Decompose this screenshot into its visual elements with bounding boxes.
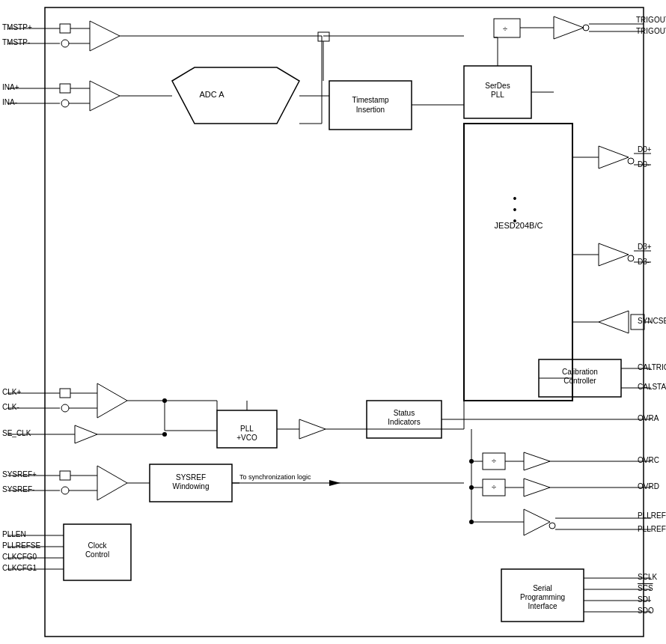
svg-marker-124 — [329, 480, 340, 486]
svg-marker-59 — [97, 383, 127, 418]
pllrefse-label: PLLREFSE — [2, 541, 40, 550]
sync-logic-label: To synchronization logic — [239, 473, 311, 481]
svg-marker-99 — [524, 452, 550, 470]
ovrd-label: OVRD — [638, 482, 659, 490]
svg-marker-81 — [97, 466, 127, 500]
pllen-label: PLLEN — [2, 530, 26, 538]
svg-marker-45 — [599, 243, 629, 266]
svg-point-46 — [628, 255, 634, 261]
svg-marker-16 — [90, 81, 120, 111]
sdo-label: SDO — [638, 607, 654, 615]
divider2-symbol: ÷ — [492, 456, 496, 465]
tmstp-plus-label: TMSTP+ — [2, 23, 32, 31]
svg-marker-40 — [599, 146, 629, 168]
sysref-windowing-label: SYSREF — [176, 473, 206, 482]
caltrig-label: CALTRIG — [638, 363, 666, 371]
timestamp-insertion-label: Timestamp — [352, 96, 389, 104]
status-indicators-label: Status — [394, 409, 415, 417]
clkcfg1-label: CLKCFG1 — [2, 564, 37, 572]
svg-rect-0 — [45, 7, 644, 637]
svg-point-106 — [469, 459, 474, 464]
timestamp-insertion-label2: Insertion — [356, 106, 385, 114]
syncse-label: SYNCSE\ — [638, 317, 666, 325]
serial-programming-label3: Interface — [528, 602, 557, 610]
d0-minus-label: D0- — [638, 160, 650, 168]
serdes-pll-label2: PLL — [491, 91, 504, 99]
trigout-minus-label: TRIGOUT- — [636, 27, 666, 35]
sysref-minus-label: SYSREF- — [2, 485, 34, 493]
svg-marker-50 — [599, 311, 629, 333]
jesd204bc-label: JESD204B/C — [495, 221, 543, 230]
svg-point-56 — [61, 404, 69, 412]
dots2: • — [513, 204, 517, 216]
ovrc-label: OVRC — [638, 456, 659, 464]
svg-point-114 — [469, 520, 474, 524]
svg-point-108 — [469, 485, 474, 490]
d0-plus-label: D0+ — [638, 145, 652, 154]
clock-control-label: Clock — [88, 541, 107, 550]
adc-a-label: ADC A — [199, 90, 224, 99]
dots3: • — [513, 215, 517, 227]
svg-point-4 — [61, 40, 69, 47]
svg-point-41 — [628, 158, 634, 164]
clkcfg0-label: CLKCFG0 — [2, 553, 37, 561]
clk-plus-label: CLK+ — [2, 388, 21, 396]
sclk-label: SCLK — [638, 573, 657, 581]
serdes-pll-label: SerDes — [485, 82, 510, 90]
ina-minus-label: INA- — [2, 98, 17, 106]
svg-marker-109 — [524, 509, 550, 535]
svg-rect-24 — [318, 32, 329, 41]
svg-point-13 — [61, 100, 69, 107]
se-clk-label: SE_CLK — [2, 429, 31, 437]
trigout-plus-label: TRIGOUT+ — [636, 16, 666, 24]
svg-point-110 — [549, 523, 555, 529]
svg-marker-71 — [299, 419, 326, 439]
svg-point-67 — [162, 432, 167, 437]
clock-control-label2: Control — [85, 550, 109, 559]
svg-rect-77 — [60, 471, 70, 480]
sysref-windowing-label2: Windowing — [173, 482, 210, 490]
pllrefo-minus-label: PLLREFO- — [638, 525, 666, 533]
svg-marker-65 — [75, 425, 97, 443]
dots: • — [513, 192, 517, 204]
serial-programming-label: Serial — [533, 584, 552, 592]
scs-label: SCS — [638, 584, 653, 592]
pll-vco-label: PLL — [240, 425, 254, 433]
divider3-symbol: ÷ — [492, 482, 496, 491]
status-indicators-label2: Indicators — [388, 418, 420, 426]
svg-marker-102 — [524, 479, 550, 496]
pll-vco-label2: +VCO — [236, 434, 257, 442]
ina-plus-label: INA+ — [2, 83, 19, 91]
svg-marker-32 — [554, 16, 584, 39]
sdi-label: SDI — [638, 595, 650, 604]
svg-marker-7 — [90, 21, 120, 51]
svg-rect-3 — [60, 24, 70, 33]
serial-programming-label2: Programming — [520, 593, 565, 601]
sysref-plus-label: SYSREF+ — [2, 470, 37, 479]
divider1-symbol: ÷ — [503, 24, 507, 33]
pllrefo-plus-label: PLLREFO+ — [638, 511, 666, 520]
calstat-label: CALSTAT — [638, 383, 666, 391]
block-diagram: TMSTP+ TMSTP- INA+ INA- CLK+ CLK- SE_CLK… — [0, 0, 666, 644]
svg-marker-18 — [172, 67, 299, 124]
tmstp-minus-label: TMSTP- — [2, 38, 30, 46]
d3-minus-label: D3- — [638, 258, 650, 266]
calibration-controller-label: Calibration — [562, 368, 598, 376]
svg-point-78 — [61, 487, 69, 494]
d3-plus-label: D3+ — [638, 243, 652, 251]
calibration-controller-label2: Controller — [563, 377, 596, 385]
clk-minus-label: CLK- — [2, 403, 19, 411]
svg-rect-12 — [60, 84, 70, 93]
ovra-label: OVRA — [638, 414, 659, 422]
svg-rect-55 — [60, 389, 70, 398]
